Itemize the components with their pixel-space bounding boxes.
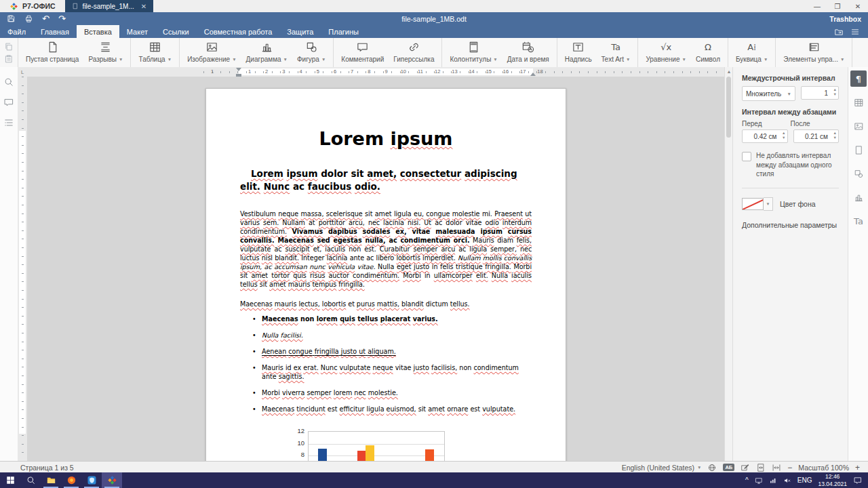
globe-icon[interactable] <box>707 463 717 472</box>
toolbar-button-chart[interactable]: Диаграмма▼ <box>241 38 292 67</box>
paste-icon[interactable] <box>4 54 14 64</box>
misspelled-word: arcu <box>441 245 455 253</box>
line-spacing-multiplier-stepper[interactable]: ▲▼ <box>801 86 839 100</box>
fit-page-icon[interactable] <box>756 463 766 472</box>
menu-tab-Файл[interactable]: Файл <box>0 25 33 38</box>
advanced-settings-link[interactable]: Дополнительные параметры <box>742 221 839 229</box>
toolbar-button-blank-page[interactable]: Пустая страница <box>21 38 83 67</box>
menu-tab-Совместная работа[interactable]: Совместная работа <box>197 25 280 38</box>
restore-button[interactable]: ❐ <box>827 0 848 12</box>
misspelled-word: risus <box>310 272 325 279</box>
toolbar-button-content-controls[interactable]: Элементы упра...▼ <box>778 38 849 67</box>
tray-network-icon[interactable] <box>769 476 777 485</box>
spin-up-icon[interactable]: ▲ <box>833 131 837 136</box>
shape-settings-button[interactable] <box>850 165 867 182</box>
toolbar-button-table[interactable]: Таблица▼ <box>134 38 176 67</box>
print-button[interactable] <box>24 14 33 23</box>
toolbar-button-textbox[interactable]: Надпись <box>560 38 597 67</box>
spacing-after-stepper[interactable]: ▲▼ <box>793 129 840 143</box>
document-page[interactable]: Lorem ipsum Lorem ipsum dolor sit amet, … <box>205 88 566 461</box>
text-run: Lorem ipsum dolor sit amet, consectetur … <box>240 168 517 192</box>
scrollbar-thumb[interactable] <box>726 77 731 138</box>
before-input[interactable] <box>742 129 788 143</box>
toolbar-button-datetime[interactable]: Дата и время <box>502 38 554 67</box>
table-settings-button[interactable] <box>850 94 867 110</box>
volume-muted-icon[interactable] <box>783 476 791 485</box>
save-button[interactable] <box>7 14 16 23</box>
toolbar-button-textart[interactable]: TaText Art▼ <box>597 38 635 67</box>
first-line-indent-marker[interactable] <box>236 68 241 71</box>
zoom-in-button[interactable]: + <box>855 463 860 472</box>
main-menu-icon[interactable] <box>850 27 860 37</box>
line-spacing-select[interactable]: Множитель ▼ <box>742 86 795 101</box>
toolbar-button-equation[interactable]: √xУравнение▼ <box>641 38 691 67</box>
language-selector[interactable]: English (United States) ▼ <box>622 464 702 472</box>
toolbar-button-shape[interactable]: Фигура▼ <box>292 38 330 67</box>
app-logo-tab[interactable]: Р7-ОФИС <box>0 0 65 12</box>
document-tab[interactable]: file-sample_1M... ✕ <box>65 0 154 12</box>
menu-tab-Вставка[interactable]: Вставка <box>77 25 119 38</box>
checkbox[interactable] <box>742 152 751 161</box>
menu-tab-Ссылки[interactable]: Ссылки <box>155 25 197 38</box>
navigation-panel-button[interactable] <box>3 117 14 128</box>
horizontal-ruler[interactable]: 1234567891011121314151617181 <box>27 67 742 77</box>
spellcheck-icon[interactable]: АБ <box>723 464 734 472</box>
spin-up-icon[interactable]: ▲ <box>782 131 785 136</box>
chart-settings-button[interactable] <box>850 189 867 205</box>
tab-stop-selector[interactable]: L <box>18 67 28 77</box>
taskbar-shield-app-button[interactable] <box>81 472 102 488</box>
keyboard-language[interactable]: ENG <box>797 476 812 484</box>
paragraph-settings-button[interactable]: ¶ <box>850 70 867 87</box>
spin-down-icon[interactable]: ▼ <box>782 136 785 140</box>
textart-icon: Ta <box>611 41 620 54</box>
header-footer-settings-button[interactable] <box>850 142 867 158</box>
toolbar-button-image[interactable]: Изображение▼ <box>182 38 241 67</box>
menu-tab-Главная[interactable]: Главная <box>33 25 77 38</box>
right-indent-marker[interactable] <box>530 73 536 76</box>
background-color-swatch[interactable] <box>742 198 764 210</box>
tray-expand-icon[interactable]: ^ <box>745 476 749 484</box>
tray-display-icon[interactable] <box>755 476 763 485</box>
chart-icon <box>854 192 864 203</box>
image-settings-button[interactable] <box>850 118 867 134</box>
taskbar-search-button[interactable] <box>20 472 41 488</box>
close-tab-icon[interactable]: ✕ <box>141 3 146 10</box>
color-dropdown-icon[interactable]: ▼ <box>764 197 773 211</box>
vertical-ruler[interactable] <box>18 77 28 461</box>
misspelled-word: malesuada <box>435 228 475 235</box>
after-input[interactable] <box>793 129 840 143</box>
taskbar-file-manager-button[interactable] <box>41 472 61 488</box>
toolbar-button-breaks[interactable]: Разрывы▼ <box>83 38 127 67</box>
review-icon[interactable] <box>741 463 750 472</box>
menu-tab-Макет[interactable]: Макет <box>119 25 155 38</box>
spin-up-icon[interactable]: ▲ <box>833 87 837 92</box>
search-panel-button[interactable] <box>3 77 14 87</box>
comments-panel-button[interactable] <box>3 97 14 108</box>
clock[interactable]: 12:46 13.04.2021 <box>818 473 847 487</box>
toolbar-button-header-footer[interactable]: Колонтитулы▼ <box>445 38 502 67</box>
copy-icon[interactable] <box>4 42 14 52</box>
zoom-out-button[interactable]: − <box>787 463 792 472</box>
spin-down-icon[interactable]: ▼ <box>833 136 837 140</box>
notifications-icon[interactable] <box>853 476 863 485</box>
open-file-location-icon[interactable] <box>834 27 844 37</box>
toolbar-button-comment[interactable]: Комментарий <box>336 38 389 67</box>
menu-tab-Защита[interactable]: Защита <box>279 25 321 38</box>
toolbar-button-hyperlink[interactable]: Гиперссылка <box>389 38 439 67</box>
textart-settings-button[interactable]: Ta <box>850 213 867 229</box>
undo-button[interactable]: ↶ <box>42 14 50 23</box>
spacing-before-stepper[interactable]: ▲▼ <box>742 129 788 143</box>
toolbar-button-dropcap[interactable]: A⁞Буквица▼ <box>731 38 772 67</box>
page-indicator[interactable]: Страница 1 из 5 <box>20 464 74 472</box>
close-button[interactable]: ✕ <box>848 0 868 12</box>
taskbar-r7-office-button[interactable] <box>102 472 122 488</box>
menu-tab-Плагины[interactable]: Плагины <box>321 25 366 38</box>
redo-button[interactable]: ↷ <box>58 14 66 23</box>
misspelled-word: ipsum <box>480 228 502 235</box>
spin-down-icon[interactable]: ▼ <box>833 92 837 97</box>
taskbar-firefox-button[interactable] <box>61 472 81 488</box>
minimize-button[interactable]: — <box>807 0 827 12</box>
fit-width-icon[interactable] <box>772 463 781 472</box>
taskbar-start-button[interactable] <box>0 472 20 488</box>
toolbar-button-symbol[interactable]: ΩСимвол <box>691 38 725 67</box>
